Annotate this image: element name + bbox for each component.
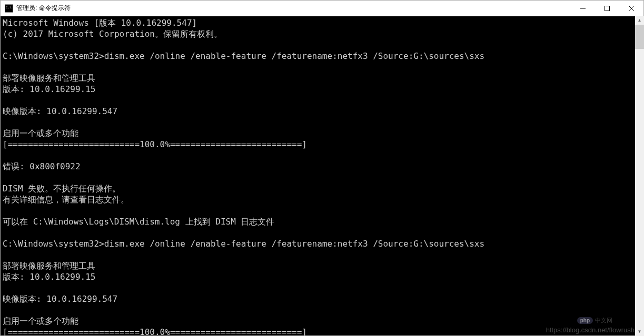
- minimize-button[interactable]: [571, 1, 595, 16]
- vertical-scrollbar[interactable]: ▲ ▼: [635, 16, 644, 336]
- scroll-thumb[interactable]: [635, 25, 644, 49]
- close-button[interactable]: [619, 1, 643, 16]
- cmd-icon: [5, 4, 13, 13]
- svg-rect-1: [605, 6, 610, 11]
- scroll-track[interactable]: [635, 25, 644, 327]
- window-title: 管理员: 命令提示符: [16, 4, 571, 13]
- window-controls: [571, 1, 643, 16]
- terminal-area[interactable]: Microsoft Windows [版本 10.0.16299.547] (c…: [1, 16, 643, 335]
- titlebar[interactable]: 管理员: 命令提示符: [1, 1, 643, 16]
- scroll-up-arrow[interactable]: ▲: [635, 16, 644, 25]
- command-prompt-window: 管理员: 命令提示符 Microsoft Windows [版本 10.0.16…: [0, 0, 644, 336]
- terminal-output: Microsoft Windows [版本 10.0.16299.547] (c…: [3, 17, 641, 335]
- scroll-down-arrow[interactable]: ▼: [635, 327, 644, 336]
- maximize-button[interactable]: [595, 1, 619, 16]
